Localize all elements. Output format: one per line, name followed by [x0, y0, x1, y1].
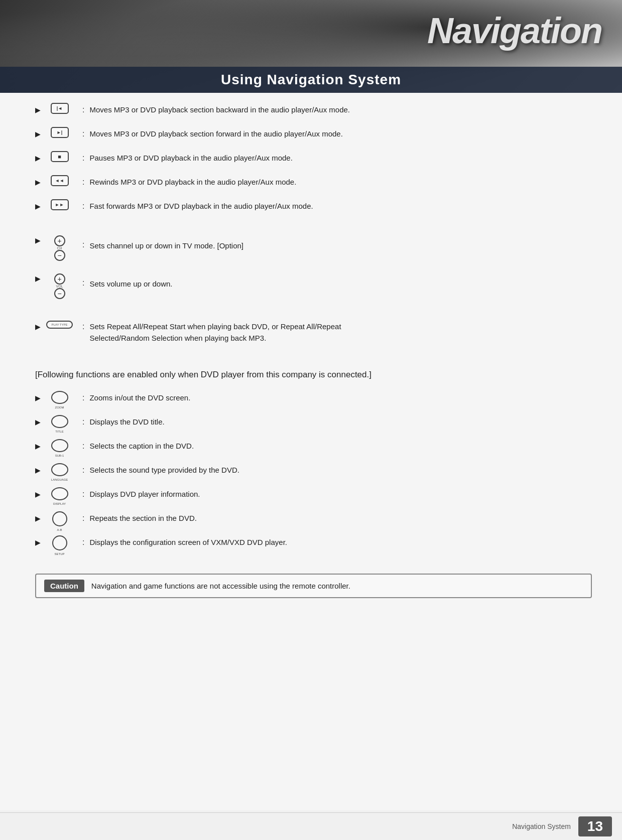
bullet-icon: ▶ [35, 418, 41, 426]
list-item: ▶ SUB-1 : Selects the caption in the DVD… [35, 439, 592, 459]
language-icon: LANGUAGE [51, 463, 68, 476]
colon: : [82, 129, 84, 138]
icon-cell: DISPLAY [46, 487, 73, 500]
icon-cell: SUB-1 [46, 439, 73, 452]
sub1-label: SUB-1 [55, 454, 64, 457]
zoom-label: ZOOM [55, 406, 64, 409]
colon: : [82, 322, 84, 331]
footer: Navigation System 13 [0, 812, 622, 840]
icon-cell: ►► [46, 199, 73, 210]
playtype-description: Sets Repeat All/Repeat Start when playin… [89, 321, 341, 344]
ab-label: A-B [57, 528, 62, 531]
list-item: ▶ ►► : Fast forwards MP3 or DVD playback… [35, 199, 592, 219]
title-label: TITLE [55, 430, 63, 433]
colon: : [82, 393, 84, 402]
fast-forward-icon: ►► [51, 199, 69, 210]
next-section-icon: ►| [51, 127, 69, 138]
header-subtitle-bar: Using Navigation System [0, 67, 622, 93]
bullet-icon: ▶ [35, 106, 41, 114]
icon-cell: + CH − [46, 233, 73, 261]
colon: : [82, 178, 84, 187]
bullet-icon: ▶ [35, 130, 41, 138]
item-description: Moves MP3 or DVD playback section forwar… [89, 128, 592, 140]
bullet-icon: ▶ [35, 274, 41, 283]
icon-cell: LANGUAGE [46, 463, 73, 476]
header-background: Navigation Using Navigation System [0, 0, 622, 93]
volume-down-icon: − [54, 288, 65, 299]
list-item: ▶ SETUP : Displays the configuration scr… [35, 535, 592, 555]
main-content: ▶ |◄ : Moves MP3 or DVD playback section… [0, 93, 622, 810]
icon-cell: SETUP [46, 535, 73, 550]
setup-label: SETUP [54, 552, 64, 555]
display-label: DISPLAY [53, 502, 66, 505]
colon: : [82, 154, 84, 163]
header-subtitle: Using Navigation System [221, 72, 401, 87]
bullet-icon: ▶ [35, 394, 41, 402]
channel-updown-icon: + CH − [54, 235, 65, 261]
channel-down-icon: − [54, 250, 65, 261]
list-item: ▶ ►| : Moves MP3 or DVD playback section… [35, 127, 592, 147]
list-item: ▶ + VOL − : Sets volume up or down. [35, 271, 592, 302]
playtype-icon: PLAY TYPE [46, 321, 72, 329]
language-label: LANGUAGE [51, 478, 68, 481]
colon: : [82, 490, 84, 499]
zoom-icon: ZOOM [51, 391, 68, 404]
item-description: Fast forwards MP3 or DVD playback in the… [89, 201, 592, 212]
title-icon: TITLE [51, 415, 68, 428]
item-description: Pauses MP3 or DVD playback in the audio … [89, 153, 592, 164]
item-description: Displays the configuration screen of VXM… [89, 537, 592, 548]
colon: : [82, 466, 84, 475]
colon: : [82, 240, 84, 249]
footer-label: Navigation System [512, 822, 571, 830]
colon: : [82, 105, 84, 114]
display-icon: DISPLAY [51, 487, 68, 500]
volume-updown-icon: + VOL − [54, 273, 65, 299]
sub1-icon: SUB-1 [51, 439, 68, 452]
footer-page-number: 13 [578, 816, 612, 836]
bullet-icon: ▶ [35, 154, 41, 162]
item-description: Displays DVD player information. [89, 489, 592, 500]
playtype-desc-line2: Selected/Random Selection when playing b… [89, 333, 341, 344]
rewind-icon: ◄◄ [51, 175, 69, 186]
item-description: Selects the sound type provided by the D… [89, 465, 592, 476]
colon: : [82, 278, 84, 288]
list-item: ▶ A-B : Repeats the section in the DVD. [35, 511, 592, 531]
icon-cell: + VOL − [46, 271, 73, 299]
volume-up-icon: + [54, 273, 65, 285]
icon-cell: ►| [46, 127, 73, 138]
item-description: Sets volume up or down. [89, 278, 592, 290]
caution-label: Caution [44, 580, 84, 592]
list-item: ▶ LANGUAGE : Selects the sound type prov… [35, 463, 592, 483]
list-item: ▶ ◄◄ : Rewinds MP3 or DVD playback in th… [35, 175, 592, 195]
bullet-icon: ▶ [35, 178, 41, 186]
icon-cell: |◄ [46, 103, 73, 114]
list-item: ▶ DISPLAY : Displays DVD player informat… [35, 487, 592, 507]
bullet-icon: ▶ [35, 236, 41, 244]
bullet-icon: ▶ [35, 514, 41, 522]
list-item: ▶ TITLE : Displays the DVD title. [35, 415, 592, 435]
colon: : [82, 417, 84, 427]
header-nav-title: Navigation [427, 10, 602, 51]
ab-icon: A-B [52, 511, 67, 526]
caution-box: Caution Navigation and game functions ar… [35, 574, 592, 598]
item-description: Sets channel up or down in TV mode. [Opt… [89, 240, 592, 252]
channel-label: CH [57, 246, 62, 250]
item-description: Selects the caption in the DVD. [89, 441, 592, 452]
icon-cell: A-B [46, 511, 73, 526]
bullet-icon: ▶ [35, 466, 41, 474]
playtype-desc-line1: Sets Repeat All/Repeat Start when playin… [89, 321, 341, 333]
icon-cell: TITLE [46, 415, 73, 428]
list-item: ▶ + CH − : Sets channel up or down in TV… [35, 233, 592, 263]
colon: : [82, 442, 84, 451]
volume-label: VOL [56, 285, 63, 288]
setup-icon: SETUP [52, 535, 67, 550]
bracket-notice: [Following functions are enabled only wh… [35, 370, 592, 380]
colon: : [82, 202, 84, 211]
caution-text: Navigation and game functions are not ac… [91, 582, 350, 590]
colon: : [82, 514, 84, 523]
list-item: ▶ ■ : Pauses MP3 or DVD playback in the … [35, 151, 592, 171]
item-description: Rewinds MP3 or DVD playback in the audio… [89, 177, 592, 188]
pause-icon: ■ [51, 151, 69, 162]
item-description: Repeats the section in the DVD. [89, 513, 592, 524]
bullet-icon: ▶ [35, 323, 41, 331]
